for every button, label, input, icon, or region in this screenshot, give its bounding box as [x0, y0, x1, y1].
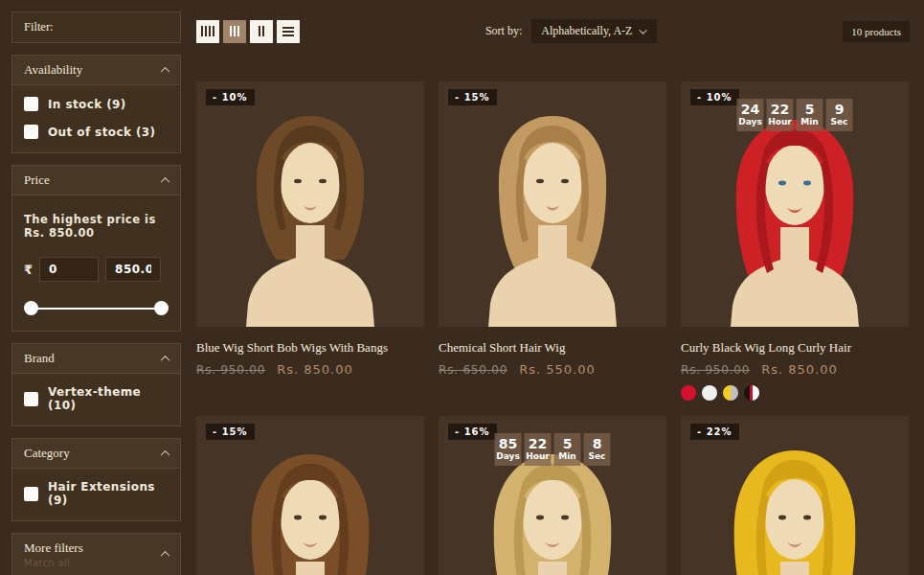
countdown-secs: 8 — [584, 436, 611, 451]
color-swatch-red[interactable] — [681, 385, 696, 401]
list-view-button[interactable] — [277, 20, 300, 43]
more-filters-section: More filters Match all Hair (9) — [11, 533, 181, 575]
sale-countdown: 85Days 22Hour 5Min 8Sec — [495, 433, 611, 466]
countdown-hours: 22 — [525, 436, 552, 451]
sale-countdown: 24Days 22Hour 5Min 9Sec — [737, 99, 853, 131]
filter-option-vertex-theme[interactable]: Vertex-theme (10) — [12, 379, 180, 419]
brand-title: Brand — [24, 351, 55, 366]
checkbox-icon[interactable] — [24, 392, 38, 406]
product-image[interactable]: - 15% — [439, 81, 666, 327]
more-filters-header[interactable]: More filters Match all — [12, 534, 180, 575]
product-card: - 10% 24Days 22Hour 5Min 9Sec Curly Blac… — [681, 81, 909, 401]
availability-header[interactable]: Availability — [12, 56, 180, 85]
checkbox-icon[interactable] — [24, 125, 38, 139]
chevron-up-icon — [161, 449, 170, 459]
sort-by-label: Sort by: — [485, 24, 522, 38]
sort-selected-value: Alphabetically, A-Z — [541, 24, 632, 38]
countdown-hours: 22 — [767, 102, 794, 117]
rupee-symbol: ₹ — [24, 263, 33, 277]
product-image[interactable]: - 16% 85Days 22Hour 5Min 8Sec — [439, 416, 666, 575]
price-min-input[interactable] — [39, 257, 99, 282]
filter-option-hair-extensions[interactable]: Hair Extensions (9) — [12, 473, 180, 514]
chevron-down-icon — [640, 26, 647, 34]
wig-mannequin-image — [196, 81, 424, 327]
price-range-slider[interactable] — [27, 301, 166, 315]
view-switcher — [196, 20, 300, 43]
grid-4-view-button[interactable] — [196, 20, 219, 43]
product-title[interactable]: Chemical Short Hair Wig — [439, 340, 666, 356]
filter-sidebar: Filter: Availability In stock (9) Out of… — [11, 12, 181, 575]
product-title[interactable]: Curly Black Wig Long Curly Hair — [681, 340, 909, 356]
product-card: - 10% Blue Wig Short Bob Wigs With Bangs… — [196, 81, 424, 401]
chevron-up-icon — [161, 355, 170, 364]
filter-title: Filter: — [11, 12, 181, 43]
discount-badge: - 15% — [448, 89, 497, 105]
price-header[interactable]: Price — [12, 166, 180, 196]
brand-section: Brand Vertex-theme (10) — [11, 343, 181, 426]
grid-3-icon — [230, 26, 239, 36]
grid-2-icon — [259, 26, 264, 36]
discount-badge: - 10% — [690, 89, 739, 105]
grid-4-icon — [201, 26, 214, 36]
list-icon — [282, 27, 294, 36]
discount-badge: - 22% — [690, 424, 739, 440]
slider-thumb-min[interactable] — [24, 301, 38, 315]
product-image[interactable]: - 15% — [196, 416, 424, 575]
wig-mannequin-image — [439, 81, 666, 327]
chevron-up-icon — [161, 551, 170, 561]
product-image[interactable]: - 10% — [196, 81, 424, 327]
availability-title: Availability — [24, 62, 82, 78]
more-filters-title: More filters — [24, 540, 83, 555]
checkbox-icon[interactable] — [24, 97, 38, 111]
collection-toolbar: Sort by: Alphabetically, A-Z 10 products — [196, 19, 910, 43]
sort-group: Sort by: Alphabetically, A-Z — [485, 19, 658, 43]
chevron-up-icon — [161, 66, 170, 76]
grid-3-view-button[interactable] — [223, 20, 246, 43]
countdown-mins: 5 — [554, 436, 581, 451]
sale-price: Rs. 550.00 — [519, 362, 596, 377]
filter-option-out-of-stock[interactable]: Out of stock (3) — [12, 118, 180, 146]
product-card: - 15% — [196, 416, 424, 575]
color-swatch-yellow-grey[interactable] — [723, 385, 738, 401]
product-image[interactable]: - 10% 24Days 22Hour 5Min 9Sec — [681, 81, 909, 327]
discount-badge: - 10% — [206, 89, 255, 105]
grid-2-view-button[interactable] — [250, 20, 273, 43]
sort-select[interactable]: Alphabetically, A-Z — [531, 19, 657, 43]
countdown-secs: 9 — [826, 102, 853, 117]
price-section: Price The highest price is Rs. 850.00 ₹ — [11, 165, 181, 332]
product-card: - 16% 85Days 22Hour 5Min 8Sec — [439, 416, 666, 575]
products-count: 10 products — [843, 21, 910, 42]
countdown-mins: 5 — [797, 102, 823, 117]
brand-header[interactable]: Brand — [12, 344, 180, 374]
checkbox-icon[interactable] — [24, 487, 38, 501]
option-label: Vertex-theme (10) — [48, 385, 169, 412]
discount-badge: - 16% — [448, 424, 497, 440]
discount-badge: - 15% — [206, 424, 255, 440]
product-image[interactable]: - 22% — [681, 416, 909, 575]
old-price: Rs. 950.00 — [196, 363, 265, 377]
color-swatch-black-red-white[interactable] — [744, 385, 759, 401]
sale-price: Rs. 850.00 — [761, 362, 838, 377]
price-title: Price — [24, 172, 50, 188]
product-grid: - 10% Blue Wig Short Bob Wigs With Bangs… — [196, 81, 909, 575]
price-max-input[interactable] — [105, 257, 161, 282]
color-swatch-white[interactable] — [702, 385, 717, 401]
highest-price-note: The highest price is Rs. 850.00 — [24, 213, 169, 240]
old-price: Rs. 950.00 — [681, 363, 750, 377]
slider-thumb-max[interactable] — [154, 301, 169, 315]
old-price: Rs. 650.00 — [439, 363, 507, 377]
category-header[interactable]: Category — [12, 439, 180, 469]
color-swatches — [681, 385, 909, 401]
match-all-subtitle: Match all — [24, 558, 83, 568]
chevron-up-icon — [161, 176, 170, 186]
sale-price: Rs. 850.00 — [277, 362, 353, 377]
option-label: In stock (9) — [48, 98, 126, 111]
product-card: - 15% Chemical Short Hair Wig Rs. 650.00… — [439, 81, 666, 401]
filter-option-in-stock[interactable]: In stock (9) — [12, 90, 180, 118]
category-title: Category — [24, 446, 70, 461]
countdown-days: 85 — [495, 436, 522, 451]
option-label: Out of stock (3) — [48, 126, 155, 139]
product-title[interactable]: Blue Wig Short Bob Wigs With Bangs — [196, 340, 424, 356]
availability-section: Availability In stock (9) Out of stock (… — [11, 55, 181, 153]
option-label: Hair Extensions (9) — [48, 480, 169, 507]
